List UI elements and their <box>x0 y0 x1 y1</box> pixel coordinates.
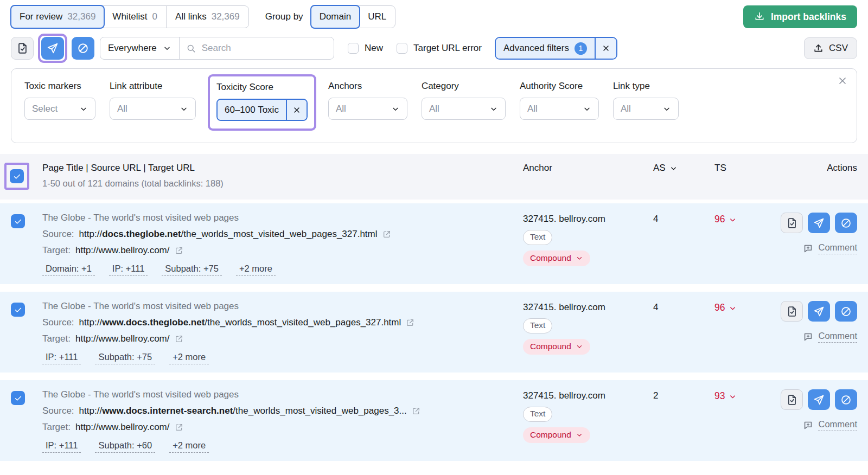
compound-badge[interactable]: Compound <box>523 427 590 443</box>
external-link-icon[interactable] <box>175 246 183 255</box>
move-to-whitelist-button[interactable] <box>11 37 34 60</box>
checkbox-unchecked <box>348 43 359 54</box>
chevron-down-icon[interactable] <box>729 390 737 401</box>
external-link-icon[interactable] <box>175 423 183 432</box>
tag-domain[interactable]: Domain: +1 <box>42 263 95 276</box>
disavow-row-button[interactable] <box>835 389 857 410</box>
whitelist-row-button[interactable] <box>781 389 803 410</box>
select-all-cell <box>0 163 35 190</box>
page-title: The Globe - The world's most visited web… <box>42 389 523 400</box>
tag-subpath[interactable]: Subpath: +75 <box>162 263 222 276</box>
authority-score-select[interactable]: All <box>520 98 599 120</box>
remove-row-button[interactable] <box>808 389 830 410</box>
as-sort-header[interactable]: AS <box>653 163 709 174</box>
toxicity-score-value: 93 <box>714 390 725 402</box>
paper-plane-icon <box>813 394 825 406</box>
category-select[interactable]: All <box>422 98 506 120</box>
chevron-down-icon <box>583 105 591 113</box>
filter-authority-score: Authority Score All <box>520 81 599 120</box>
import-backlinks-button[interactable]: Import backlinks <box>743 5 857 28</box>
tag-more[interactable]: +2 more <box>236 263 276 276</box>
group-by-label: Group by <box>265 11 303 22</box>
anchor-column-header: Anchor <box>523 163 653 174</box>
checkbox-unchecked <box>397 43 407 54</box>
disavow-row-button[interactable] <box>835 301 857 322</box>
move-to-remove-list-button[interactable] <box>41 37 64 60</box>
authority-score-value: 4 <box>653 213 709 276</box>
table-header: Page Title | Source URL | Target URL 1-5… <box>0 154 868 200</box>
filter-link-type: Link type All <box>613 81 679 120</box>
actions-column-header: Actions <box>769 163 868 174</box>
block-icon <box>840 306 852 317</box>
select-all-checkbox[interactable] <box>10 169 24 183</box>
tag-ip[interactable]: IP: +111 <box>109 263 148 276</box>
filter-toxic-markers: Toxic markers Select <box>24 81 95 120</box>
target-url-error-checkbox[interactable]: Target URL error <box>397 43 482 54</box>
tag-more[interactable]: +2 more <box>169 440 209 453</box>
tab-whitelist[interactable]: Whitelist 0 <box>104 6 166 28</box>
chevron-down-icon <box>163 44 171 53</box>
tag-more[interactable]: +2 more <box>169 351 209 364</box>
review-tabs: For review 32,369 Whitelist 0 All links … <box>11 5 249 28</box>
row-checkbox[interactable] <box>11 303 25 317</box>
export-csv-button[interactable]: CSV <box>804 37 857 59</box>
external-link-icon[interactable] <box>412 407 420 415</box>
comment-button[interactable]: Comment <box>803 419 857 431</box>
tag-subpath[interactable]: Subpath: +60 <box>95 440 155 453</box>
chevron-down-icon[interactable] <box>729 302 737 312</box>
advanced-filters-control: Advanced filters 1 <box>495 37 617 60</box>
compound-badge[interactable]: Compound <box>523 339 590 355</box>
group-by-domain[interactable]: Domain <box>310 5 361 29</box>
tab-count: 32,369 <box>67 11 95 22</box>
target-label: Target: <box>42 422 71 433</box>
close-filters-panel-button[interactable] <box>837 75 848 86</box>
toxicity-score-value[interactable]: 60–100 Toxic <box>218 100 286 120</box>
remove-row-button[interactable] <box>808 213 830 233</box>
tag-ip[interactable]: IP: +111 <box>42 351 81 364</box>
row-checkbox[interactable] <box>11 214 25 228</box>
anchors-select[interactable]: All <box>328 98 407 120</box>
comment-button[interactable]: Comment <box>803 331 857 343</box>
external-link-icon[interactable] <box>382 230 391 239</box>
clear-advanced-filters-button[interactable] <box>595 38 616 59</box>
row-checkbox[interactable] <box>11 391 25 405</box>
toxic-markers-select[interactable]: Select <box>24 98 95 120</box>
anchor-type-badge: Text <box>523 230 552 245</box>
remove-toxicity-filter-button[interactable] <box>286 100 307 120</box>
toxicity-score-cell: 96 <box>709 213 769 276</box>
link-attribute-select[interactable]: All <box>110 98 196 120</box>
advanced-filters-button[interactable]: Advanced filters 1 <box>496 38 595 59</box>
whitelist-row-button[interactable] <box>781 301 803 322</box>
scope-dropdown[interactable]: Everywhere <box>100 37 180 59</box>
anchor-text: 327415. bellroy.com <box>523 302 653 313</box>
external-link-icon[interactable] <box>175 335 183 343</box>
search-input[interactable] <box>201 42 327 54</box>
download-icon <box>754 11 765 22</box>
backlink-row: The Globe - The world's most visited web… <box>0 292 868 373</box>
tab-all-links[interactable]: All links 32,369 <box>166 6 248 28</box>
chevron-down-icon[interactable] <box>729 214 737 224</box>
comment-plus-icon <box>803 243 813 254</box>
source-url-line: Source: http://www.docs.theglobe.net/the… <box>42 317 523 328</box>
anchor-text: 327415. bellroy.com <box>523 214 653 224</box>
source-url: http://docs.theglobe.net/the_worlds_most… <box>79 229 378 240</box>
new-checkbox[interactable]: New <box>348 43 383 54</box>
compound-badge[interactable]: Compound <box>523 251 590 266</box>
whitelist-row-button[interactable] <box>781 213 803 233</box>
chevron-down-icon <box>489 105 498 113</box>
remove-row-button[interactable] <box>808 301 830 322</box>
move-to-disavow-list-button[interactable] <box>72 37 94 60</box>
tab-for-review[interactable]: For review 32,369 <box>10 5 105 29</box>
external-link-icon[interactable] <box>406 318 414 327</box>
doc-check-icon <box>786 306 797 317</box>
tag-subpath[interactable]: Subpath: +75 <box>95 351 155 364</box>
backlink-audit-page: For review 32,369 Whitelist 0 All links … <box>0 0 868 461</box>
purple-highlight-box <box>38 34 67 63</box>
disavow-row-button[interactable] <box>835 213 857 233</box>
group-by-url[interactable]: URL <box>359 6 395 28</box>
target-label: Target: <box>42 333 71 344</box>
block-icon <box>840 394 852 406</box>
comment-button[interactable]: Comment <box>803 242 857 254</box>
link-type-select[interactable]: All <box>613 98 679 120</box>
tag-ip[interactable]: IP: +111 <box>42 440 81 453</box>
